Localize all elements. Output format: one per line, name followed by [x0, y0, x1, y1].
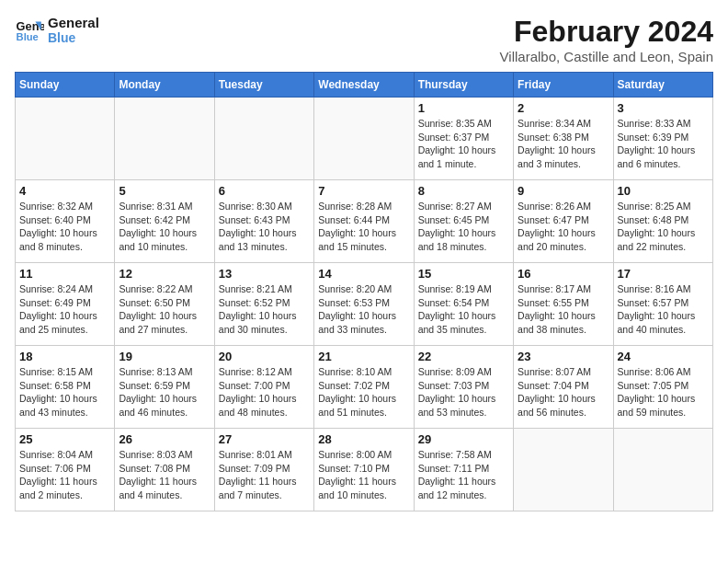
svg-text:Blue: Blue	[17, 31, 39, 42]
calendar-cell: 3Sunrise: 8:33 AM Sunset: 6:39 PM Daylig…	[613, 98, 712, 180]
day-info: Sunrise: 8:06 AM Sunset: 7:05 PM Dayligh…	[618, 365, 709, 419]
day-info: Sunrise: 8:35 AM Sunset: 6:37 PM Dayligh…	[418, 117, 509, 171]
calendar-cell: 11Sunrise: 8:24 AM Sunset: 6:49 PM Dayli…	[16, 263, 115, 346]
calendar-cell: 23Sunrise: 8:07 AM Sunset: 7:04 PM Dayli…	[514, 346, 613, 429]
calendar-cell	[314, 98, 414, 180]
calendar-cell: 29Sunrise: 7:58 AM Sunset: 7:11 PM Dayli…	[414, 429, 513, 511]
day-number: 24	[618, 350, 709, 363]
weekday-header-thursday: Thursday	[414, 73, 513, 98]
calendar-cell: 14Sunrise: 8:20 AM Sunset: 6:53 PM Dayli…	[314, 263, 414, 346]
logo-general: General	[48, 15, 99, 30]
day-info: Sunrise: 8:33 AM Sunset: 6:39 PM Dayligh…	[618, 117, 709, 171]
day-number: 19	[119, 350, 210, 363]
calendar-cell: 16Sunrise: 8:17 AM Sunset: 6:55 PM Dayli…	[514, 263, 613, 346]
logo-blue: Blue	[48, 30, 99, 45]
day-number: 29	[418, 432, 509, 446]
day-number: 15	[418, 267, 509, 281]
calendar-cell: 21Sunrise: 8:10 AM Sunset: 7:02 PM Dayli…	[314, 346, 414, 429]
day-info: Sunrise: 8:22 AM Sunset: 6:50 PM Dayligh…	[119, 282, 210, 337]
logo-icon: General Blue	[15, 16, 44, 45]
weekday-header-saturday: Saturday	[613, 73, 712, 98]
day-info: Sunrise: 8:10 AM Sunset: 7:02 PM Dayligh…	[318, 365, 409, 419]
calendar-cell: 19Sunrise: 8:13 AM Sunset: 6:59 PM Dayli…	[115, 346, 214, 429]
page-subtitle: Villaralbo, Castille and Leon, Spain	[500, 49, 713, 64]
calendar-cell: 28Sunrise: 8:00 AM Sunset: 7:10 PM Dayli…	[314, 429, 414, 511]
day-number: 22	[418, 350, 509, 363]
calendar-cell: 26Sunrise: 8:03 AM Sunset: 7:08 PM Dayli…	[115, 429, 214, 511]
day-number: 13	[219, 267, 310, 281]
day-info: Sunrise: 8:24 AM Sunset: 6:49 PM Dayligh…	[19, 282, 110, 337]
calendar-cell: 22Sunrise: 8:09 AM Sunset: 7:03 PM Dayli…	[414, 346, 513, 429]
day-info: Sunrise: 8:25 AM Sunset: 6:48 PM Dayligh…	[618, 200, 709, 254]
calendar-cell: 20Sunrise: 8:12 AM Sunset: 7:00 PM Dayli…	[214, 346, 313, 429]
calendar-cell	[613, 429, 712, 511]
calendar-week-row: 1Sunrise: 8:35 AM Sunset: 6:37 PM Daylig…	[16, 98, 713, 180]
weekday-header-wednesday: Wednesday	[314, 73, 414, 98]
day-info: Sunrise: 8:16 AM Sunset: 6:57 PM Dayligh…	[618, 282, 709, 337]
day-number: 17	[618, 267, 709, 281]
calendar-cell: 2Sunrise: 8:34 AM Sunset: 6:38 PM Daylig…	[514, 98, 613, 180]
day-number: 5	[119, 184, 210, 198]
day-info: Sunrise: 8:21 AM Sunset: 6:52 PM Dayligh…	[219, 282, 310, 337]
day-info: Sunrise: 8:03 AM Sunset: 7:08 PM Dayligh…	[119, 448, 210, 502]
title-area: February 2024 Villaralbo, Castille and L…	[500, 15, 713, 64]
weekday-header-tuesday: Tuesday	[214, 73, 313, 98]
weekday-header-friday: Friday	[514, 73, 613, 98]
day-info: Sunrise: 8:07 AM Sunset: 7:04 PM Dayligh…	[518, 365, 609, 419]
calendar-week-row: 11Sunrise: 8:24 AM Sunset: 6:49 PM Dayli…	[16, 263, 713, 346]
calendar-cell	[214, 98, 313, 180]
day-number: 7	[318, 184, 409, 198]
calendar-header-row: SundayMondayTuesdayWednesdayThursdayFrid…	[16, 73, 713, 98]
day-info: Sunrise: 8:26 AM Sunset: 6:47 PM Dayligh…	[518, 200, 609, 254]
calendar-cell	[514, 429, 613, 511]
day-number: 27	[219, 432, 310, 446]
header: General Blue General Blue February 2024 …	[15, 15, 713, 64]
day-number: 21	[318, 350, 409, 363]
day-info: Sunrise: 8:30 AM Sunset: 6:43 PM Dayligh…	[219, 200, 310, 254]
day-number: 12	[119, 267, 210, 281]
day-number: 20	[219, 350, 310, 363]
day-info: Sunrise: 8:17 AM Sunset: 6:55 PM Dayligh…	[518, 282, 609, 337]
calendar-week-row: 25Sunrise: 8:04 AM Sunset: 7:06 PM Dayli…	[16, 429, 713, 511]
day-info: Sunrise: 8:28 AM Sunset: 6:44 PM Dayligh…	[318, 200, 409, 254]
calendar-cell: 7Sunrise: 8:28 AM Sunset: 6:44 PM Daylig…	[314, 180, 414, 263]
day-number: 25	[19, 432, 110, 446]
day-info: Sunrise: 8:31 AM Sunset: 6:42 PM Dayligh…	[119, 200, 210, 254]
calendar-cell	[115, 98, 214, 180]
calendar-cell: 12Sunrise: 8:22 AM Sunset: 6:50 PM Dayli…	[115, 263, 214, 346]
day-number: 18	[19, 350, 110, 363]
calendar-week-row: 4Sunrise: 8:32 AM Sunset: 6:40 PM Daylig…	[16, 180, 713, 263]
weekday-header-monday: Monday	[115, 73, 214, 98]
day-info: Sunrise: 8:15 AM Sunset: 6:58 PM Dayligh…	[19, 365, 110, 419]
calendar-cell: 25Sunrise: 8:04 AM Sunset: 7:06 PM Dayli…	[16, 429, 115, 511]
calendar-week-row: 18Sunrise: 8:15 AM Sunset: 6:58 PM Dayli…	[16, 346, 713, 429]
calendar-table: SundayMondayTuesdayWednesdayThursdayFrid…	[15, 72, 713, 511]
calendar-cell: 1Sunrise: 8:35 AM Sunset: 6:37 PM Daylig…	[414, 98, 513, 180]
calendar-cell: 5Sunrise: 8:31 AM Sunset: 6:42 PM Daylig…	[115, 180, 214, 263]
day-number: 2	[518, 101, 609, 115]
day-number: 28	[318, 432, 409, 446]
page-title: February 2024	[500, 15, 713, 49]
calendar-cell: 18Sunrise: 8:15 AM Sunset: 6:58 PM Dayli…	[16, 346, 115, 429]
day-number: 9	[518, 184, 609, 198]
day-info: Sunrise: 8:20 AM Sunset: 6:53 PM Dayligh…	[318, 282, 409, 337]
calendar-cell: 27Sunrise: 8:01 AM Sunset: 7:09 PM Dayli…	[214, 429, 313, 511]
day-number: 8	[418, 184, 509, 198]
day-info: Sunrise: 8:04 AM Sunset: 7:06 PM Dayligh…	[19, 448, 110, 502]
day-number: 14	[318, 267, 409, 281]
day-number: 10	[618, 184, 709, 198]
day-info: Sunrise: 8:00 AM Sunset: 7:10 PM Dayligh…	[318, 448, 409, 502]
day-info: Sunrise: 8:09 AM Sunset: 7:03 PM Dayligh…	[418, 365, 509, 419]
day-number: 16	[518, 267, 609, 281]
calendar-cell: 8Sunrise: 8:27 AM Sunset: 6:45 PM Daylig…	[414, 180, 513, 263]
day-info: Sunrise: 8:34 AM Sunset: 6:38 PM Dayligh…	[518, 117, 609, 171]
day-info: Sunrise: 8:01 AM Sunset: 7:09 PM Dayligh…	[219, 448, 310, 502]
weekday-header-sunday: Sunday	[16, 73, 115, 98]
day-number: 6	[219, 184, 310, 198]
calendar-cell: 6Sunrise: 8:30 AM Sunset: 6:43 PM Daylig…	[214, 180, 313, 263]
day-info: Sunrise: 8:19 AM Sunset: 6:54 PM Dayligh…	[418, 282, 509, 337]
day-info: Sunrise: 7:58 AM Sunset: 7:11 PM Dayligh…	[418, 448, 509, 502]
day-info: Sunrise: 8:12 AM Sunset: 7:00 PM Dayligh…	[219, 365, 310, 419]
day-number: 11	[19, 267, 110, 281]
calendar-cell: 13Sunrise: 8:21 AM Sunset: 6:52 PM Dayli…	[214, 263, 313, 346]
